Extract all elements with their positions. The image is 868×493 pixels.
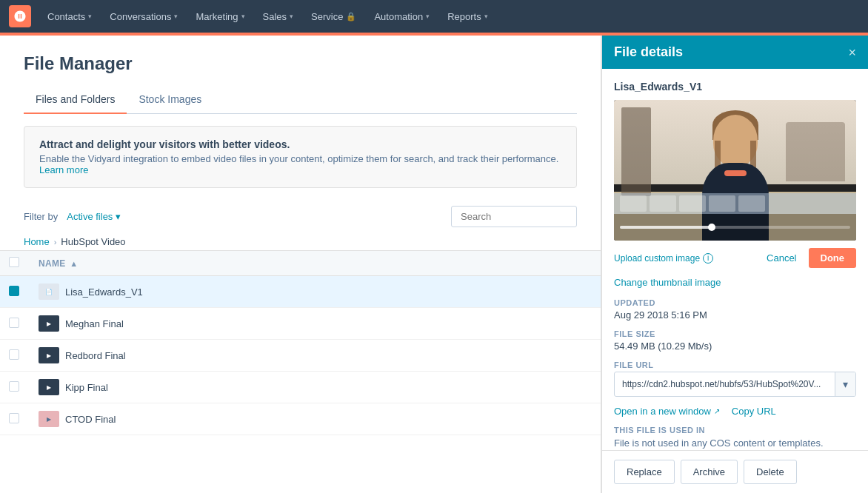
info-icon: i (703, 253, 713, 264)
filesize-value: 54.49 MB (10.29 Mb/s) (614, 341, 856, 352)
file-name: CTOD Final (65, 414, 116, 425)
table-row[interactable]: ▶ Redbord Final (0, 340, 601, 372)
table-row[interactable]: ▶ CTOD Final (0, 403, 601, 435)
nav-sales[interactable]: Sales ▾ (256, 7, 301, 27)
used-in-label: This file is used in (614, 426, 856, 435)
video-type-icon: ▶ (39, 347, 59, 363)
active-files-caret: ▾ (116, 211, 121, 222)
tab-files-and-folders[interactable]: Files and Folders (24, 86, 127, 114)
row-checkbox[interactable] (9, 381, 19, 392)
panel-footer: Replace Archive Delete (602, 450, 868, 493)
nav-automation[interactable]: Automation ▾ (367, 7, 437, 27)
cancel-button[interactable]: Cancel (761, 248, 802, 268)
row-checkbox[interactable] (9, 349, 19, 360)
nav-service[interactable]: Service 🔒 (304, 7, 364, 27)
panel-title: File details (614, 44, 683, 60)
file-name-cell: ▶ Kipp Final (39, 379, 592, 395)
file-url-box: https://cdn2.hubspot.net/hubfs/53/HubSpo… (614, 372, 856, 397)
video-pink-type-icon: ▶ (39, 411, 59, 427)
lock-icon: 🔒 (346, 12, 356, 21)
archive-button[interactable]: Archive (681, 460, 738, 484)
breadcrumb-home-link[interactable]: Home (24, 236, 50, 247)
used-in-text: File is not used in any COS content or t… (614, 437, 856, 449)
table-row[interactable]: ▶ Kipp Final (0, 372, 601, 403)
updated-value: Aug 29 2018 5:16 PM (614, 309, 856, 321)
file-name-cell: ▶ Meghan Final (39, 315, 592, 332)
thumb-frame-2 (650, 195, 676, 212)
breadcrumb: Home › HubSpot Video (0, 233, 601, 250)
row-checkbox[interactable] (9, 318, 19, 328)
close-panel-button[interactable]: × (848, 46, 856, 59)
banner-text: Enable the Vidyard integration to embed … (39, 153, 561, 175)
hubspot-logo[interactable] (9, 5, 31, 27)
tabs: Files and Folders Stock Images (24, 86, 577, 114)
filesize-label: File size (614, 329, 856, 338)
thumbnail-actions: Upload custom image i Cancel Done (614, 248, 856, 268)
fileurl-section: File URL https://cdn2.hubspot.net/hubfs/… (614, 360, 856, 397)
updated-section: Updated Aug 29 2018 5:16 PM (614, 298, 856, 321)
name-column-header: NAME (39, 258, 66, 269)
external-link-icon: ↗ (714, 407, 720, 415)
top-navigation: Contacts ▾ Conversations ▾ Marketing ▾ S… (0, 0, 868, 33)
copy-url-link[interactable]: Copy URL (732, 406, 776, 417)
row-checkbox[interactable] (9, 286, 19, 296)
video-type-icon: ▶ (39, 379, 59, 395)
banner-learn-more-link[interactable]: Learn more (39, 164, 88, 175)
row-checkbox[interactable] (9, 413, 19, 423)
scrubber-overlay[interactable] (614, 214, 856, 241)
nav-conversations[interactable]: Conversations ▾ (102, 7, 185, 27)
file-name-cell: 📄 Lisa_Edwards_V1 (39, 284, 592, 300)
filesize-section: File size 54.49 MB (10.29 Mb/s) (614, 329, 856, 352)
file-detail-filename: Lisa_Edwards_V1 (614, 81, 856, 93)
breadcrumb-separator: › (54, 238, 57, 246)
necklace (724, 170, 747, 176)
page-header: File Manager Files and Folders Stock Ima… (0, 36, 601, 114)
nav-marketing[interactable]: Marketing ▾ (188, 7, 252, 27)
video-type-icon: ▶ (39, 315, 59, 332)
marketing-caret: ▾ (241, 13, 245, 20)
tab-stock-images[interactable]: Stock Images (127, 86, 213, 114)
file-name: Meghan Final (65, 318, 124, 329)
thumb-frame-3 (679, 195, 706, 212)
nav-contacts[interactable]: Contacts ▾ (40, 7, 99, 27)
active-files-dropdown[interactable]: Active files ▾ (67, 211, 121, 222)
updated-label: Updated (614, 298, 856, 307)
banner-title: Attract and delight your visitors with b… (39, 138, 561, 150)
replace-button[interactable]: Replace (614, 460, 675, 484)
file-name-cell: ▶ Redbord Final (39, 347, 592, 363)
conversations-caret: ▾ (174, 13, 178, 20)
delete-button[interactable]: Delete (744, 460, 797, 484)
scrubber-bar[interactable] (620, 226, 850, 229)
select-all-checkbox[interactable] (9, 257, 19, 267)
search-input[interactable] (451, 206, 577, 227)
contacts-caret: ▾ (88, 13, 92, 20)
table-row[interactable]: 📄 Lisa_Edwards_V1 (0, 276, 601, 308)
thumb-frame-5 (738, 195, 765, 212)
change-thumbnail-link[interactable]: Change thumbnail image (614, 277, 856, 288)
reports-caret: ▾ (484, 13, 488, 20)
scrubber-fill (620, 226, 712, 229)
thumb-frame-4 (709, 195, 735, 212)
upload-custom-image-link[interactable]: Upload custom image i (614, 253, 713, 264)
breadcrumb-current: HubSpot Video (61, 236, 125, 247)
scrubber-handle[interactable] (708, 224, 715, 231)
open-new-window-link[interactable]: Open in a new window ↗ (614, 406, 720, 417)
vidyard-banner: Attract and delight your visitors with b… (24, 126, 577, 188)
filter-label: Filter by (24, 211, 58, 222)
left-panel: File Manager Files and Folders Stock Ima… (0, 36, 601, 493)
used-in-section: This file is used in File is not used in… (614, 426, 856, 449)
filter-bar: Filter by Active files ▾ (0, 200, 601, 233)
panel-header: File details × (602, 36, 868, 69)
url-dropdown-button[interactable]: ▾ (835, 372, 855, 396)
fileurl-label: File URL (614, 360, 856, 369)
thumb-frame-1 (620, 195, 647, 212)
file-details-panel: File details × Lisa_Edwards_V1 (601, 36, 868, 493)
sales-caret: ▾ (290, 13, 293, 20)
thumbnail-strip (614, 193, 856, 214)
done-button[interactable]: Done (809, 248, 857, 268)
nav-reports[interactable]: Reports ▾ (440, 7, 495, 27)
file-thumbnail (614, 100, 856, 241)
name-sort-icon: ▲ (70, 259, 78, 268)
automation-caret: ▾ (426, 13, 430, 20)
table-row[interactable]: ▶ Meghan Final (0, 308, 601, 340)
